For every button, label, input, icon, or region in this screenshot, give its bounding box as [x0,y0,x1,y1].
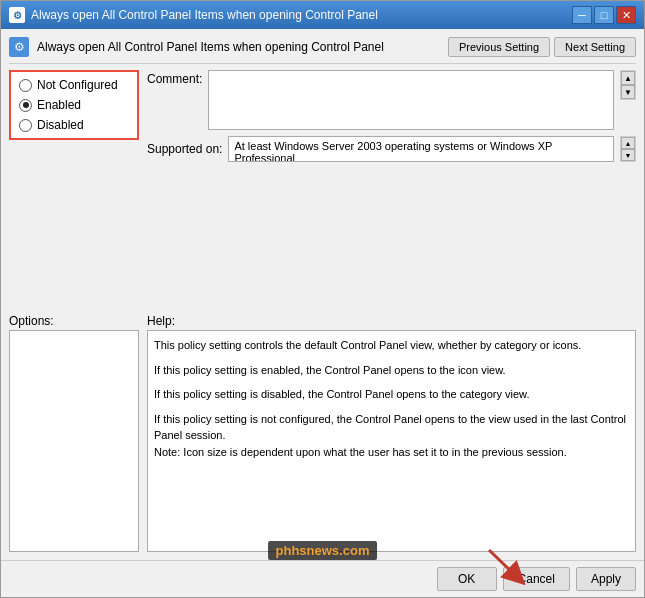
watermark: phhsnews.com [268,541,378,560]
radio-enabled[interactable]: Enabled [19,98,129,112]
supported-scrollbar[interactable]: ▲ ▼ [620,136,636,162]
left-panel: Not Configured Enabled Disabled [9,70,139,308]
radio-label-enabled: Enabled [37,98,81,112]
window-icon: ⚙ [9,7,25,23]
supported-value: At least Windows Server 2003 operating s… [228,136,614,162]
header-row: ⚙ Always open All Control Panel Items wh… [9,37,636,64]
cancel-button[interactable]: Cancel [503,567,570,591]
radio-group: Not Configured Enabled Disabled [9,70,139,140]
radio-not-configured[interactable]: Not Configured [19,78,129,92]
header-icon: ⚙ [9,37,29,57]
radio-disabled[interactable]: Disabled [19,118,129,132]
apply-button[interactable]: Apply [576,567,636,591]
options-content-box [9,330,139,552]
radio-label-not-configured: Not Configured [37,78,118,92]
help-para-4: If this policy setting is not configured… [154,411,629,461]
window: ⚙ Always open All Control Panel Items wh… [0,0,645,598]
window-title: Always open All Control Panel Items when… [31,8,378,22]
supported-label: Supported on: [147,142,222,156]
close-button[interactable]: ✕ [616,6,636,24]
supported-scroll-up[interactable]: ▲ [621,137,635,149]
supported-scroll-down[interactable]: ▼ [621,149,635,161]
comment-scrollbar[interactable]: ▲ ▼ [620,70,636,100]
radio-circle-disabled [19,119,32,132]
help-para-1: This policy setting controls the default… [154,337,629,354]
help-section: Help: This policy setting controls the d… [147,314,636,552]
two-col-bottom: Options: Help: This policy setting contr… [9,314,636,552]
options-section: Options: [9,314,139,552]
bottom-bar: OK Cancel Apply [1,560,644,597]
radio-circle-not-configured [19,79,32,92]
title-bar-left: ⚙ Always open All Control Panel Items wh… [9,7,378,23]
title-bar: ⚙ Always open All Control Panel Items wh… [1,1,644,29]
comment-scroll-down[interactable]: ▼ [621,85,635,99]
right-panel: Comment: ▲ ▼ Supported on: At least Wind… [147,70,636,308]
comment-row: Comment: ▲ ▼ [147,70,636,130]
comment-scroll-up[interactable]: ▲ [621,71,635,85]
main-section: Not Configured Enabled Disabled Comm [9,70,636,308]
maximize-button[interactable]: □ [594,6,614,24]
title-bar-controls: ─ □ ✕ [572,6,636,24]
help-box: This policy setting controls the default… [147,330,636,552]
comment-input[interactable] [208,70,614,130]
header-title: Always open All Control Panel Items when… [37,40,440,54]
help-para-2: If this policy setting is enabled, the C… [154,362,629,379]
next-setting-button[interactable]: Next Setting [554,37,636,57]
radio-label-disabled: Disabled [37,118,84,132]
content-area: ⚙ Always open All Control Panel Items wh… [1,29,644,560]
help-text: This policy setting controls the default… [154,337,629,460]
radio-circle-enabled [19,99,32,112]
ok-button[interactable]: OK [437,567,497,591]
prev-setting-button[interactable]: Previous Setting [448,37,550,57]
minimize-button[interactable]: ─ [572,6,592,24]
options-section-label: Options: [9,314,139,328]
supported-row: Supported on: At least Windows Server 20… [147,136,636,162]
help-para-3: If this policy setting is disabled, the … [154,386,629,403]
comment-label: Comment: [147,70,202,86]
help-label: Help: [147,314,636,328]
nav-buttons: Previous Setting Next Setting [448,37,636,57]
